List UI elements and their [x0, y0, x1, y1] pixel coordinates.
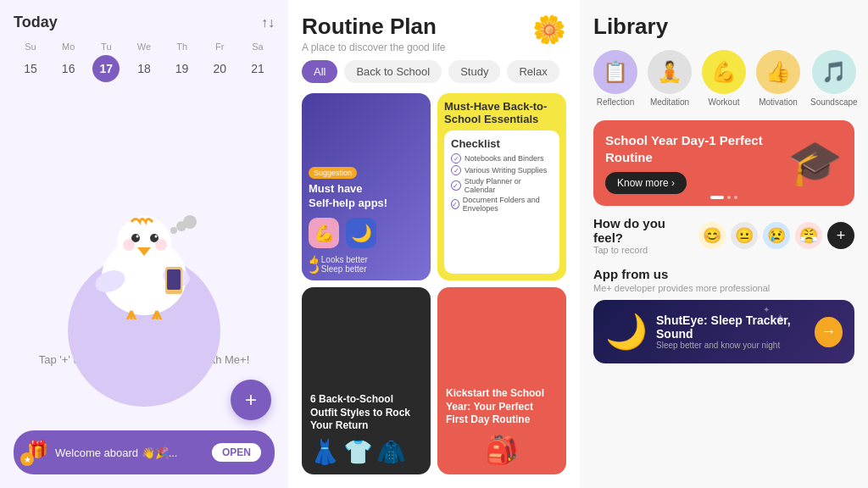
outfit-card[interactable]: 6 Back-to-School Outfit Styles to Rock Y…: [302, 287, 431, 474]
outfit-card-title: 6 Back-to-School Outfit Styles to Rock Y…: [310, 393, 422, 433]
cal-day-21[interactable]: Sa 21: [241, 42, 275, 82]
sort-icon[interactable]: ↑↓: [261, 15, 275, 30]
checklist-box: Checklist ✓ Notebooks and Binders ✓ Vari…: [444, 130, 559, 274]
calendar-row: Su 15 Mo 16 Tu 17 We 18 Th 19 Fr 20 Sa 2…: [14, 42, 275, 82]
middle-panel: Routine Plan A place to discover the goo…: [288, 0, 580, 488]
app-section: App from us Me+ developer provides more …: [593, 267, 854, 363]
meditation-label: Meditation: [650, 97, 689, 107]
app-section-title: App from us: [593, 267, 854, 281]
left-header: Today ↑↓: [14, 14, 275, 31]
routine-plan-info: Routine Plan A place to discover the goo…: [302, 14, 445, 53]
cal-day-17[interactable]: Tu 17: [89, 42, 123, 82]
cat-workout[interactable]: 💪 Workout: [702, 50, 746, 107]
svg-point-12: [170, 227, 177, 234]
sleep-better: 🌙 Sleep better: [309, 264, 424, 274]
app-name-sub: Sleep better and know your night: [656, 341, 815, 350]
mood-neutral[interactable]: 😐: [731, 222, 758, 249]
checklist-label: Checklist: [451, 137, 553, 150]
app-name: ShutEye: Sleep Tracker, Sound: [656, 313, 815, 341]
kickstart-card-title: Kickstart the School Year: Your Perfect …: [446, 387, 558, 427]
cal-day-20[interactable]: Fr 20: [203, 42, 236, 82]
routine-plan-sub: A place to discover the good life: [302, 42, 445, 53]
mascot-area: No tasks yet. Tap '+' to start schedule …: [14, 86, 275, 474]
svg-point-14: [183, 215, 197, 229]
featured-card[interactable]: School Year Day-1 Perfect Routine Know m…: [593, 120, 854, 206]
reflection-circle: 📋: [593, 50, 637, 94]
looks-better: 👍 Looks better: [309, 255, 424, 264]
flower-decoration: 🌼: [532, 14, 566, 46]
mood-sub: Tap to record: [593, 245, 698, 255]
routine-plan-title: Routine Plan: [302, 14, 445, 40]
soundscape-label: Soundscape: [810, 97, 858, 107]
mood-sad[interactable]: 😢: [763, 222, 790, 249]
cat-soundscape[interactable]: 🎵 Soundscape: [810, 50, 858, 107]
mood-header: How do you feel? Tap to record 😊 😐 😢 😤 +: [593, 216, 854, 255]
suggestion-card-title: Must haveSelf-help apps!: [309, 182, 424, 211]
cards-grid: Suggestion Must haveSelf-help apps! 💪 🌙 …: [288, 93, 580, 488]
workout-label: Workout: [708, 97, 739, 107]
svg-point-5: [155, 236, 158, 238]
motivation-label: Motivation: [759, 97, 798, 107]
mascot-svg: [85, 192, 203, 319]
checklist-card[interactable]: Must-Have Back-to-School Essentials Chec…: [437, 93, 566, 280]
svg-rect-11: [167, 269, 181, 290]
reflection-label: Reflection: [597, 97, 634, 107]
suggestion-card[interactable]: Suggestion Must haveSelf-help apps! 💪 🌙 …: [302, 93, 431, 280]
app-card[interactable]: ✦ ✦ 🌙 ShutEye: Sleep Tracker, Sound Slee…: [593, 300, 854, 363]
mood-happy[interactable]: 😊: [698, 222, 726, 249]
workout-circle: 💪: [702, 50, 746, 94]
mood-add-button[interactable]: +: [827, 222, 854, 249]
category-icons: 📋 Reflection 🧘 Meditation 💪 Workout 👍 Mo…: [593, 50, 854, 107]
outfit-figures: 👗 👕 🧥: [310, 438, 422, 466]
cat-meditation[interactable]: 🧘 Meditation: [648, 50, 692, 107]
today-title: Today: [14, 14, 58, 31]
welcome-text: Welcome aboard 👋🎉...: [55, 446, 177, 459]
know-more-button[interactable]: Know more ›: [605, 172, 687, 194]
filter-all[interactable]: All: [302, 60, 337, 83]
cal-day-15[interactable]: Su 15: [14, 42, 47, 82]
app-icons-row: 💪 🌙: [309, 218, 424, 248]
cal-day-19[interactable]: Th 19: [165, 42, 199, 82]
checklist-item-2: ✓ Various Writing Supplies: [451, 165, 553, 175]
dots-indicator: [710, 196, 737, 199]
cat-motivation[interactable]: 👍 Motivation: [756, 50, 800, 107]
filter-row: All Back to School Study Relax: [288, 60, 580, 93]
checklist-item-3: ✓ Study Planner or Calendar: [451, 177, 553, 194]
cat-reflection[interactable]: 📋 Reflection: [593, 50, 637, 107]
moon-icon: 🌙: [605, 312, 648, 352]
app-icon-2: 🌙: [346, 218, 376, 248]
suggestion-badge: Suggestion: [309, 167, 357, 179]
add-button[interactable]: +: [231, 380, 271, 420]
svg-point-7: [155, 239, 167, 251]
filter-back-to-school[interactable]: Back to School: [344, 60, 442, 83]
kickstart-figure: 🎒: [446, 434, 558, 466]
checklist-item-4: ✓ Document Folders and Envelopes: [451, 196, 553, 213]
filter-relax[interactable]: Relax: [507, 60, 559, 83]
featured-text: School Year Day-1 Perfect Routine Know m…: [605, 132, 787, 194]
filter-study[interactable]: Study: [448, 60, 500, 83]
open-button[interactable]: OPEN: [212, 443, 261, 462]
app-section-sub: Me+ developer provides more professional: [593, 283, 854, 293]
star-badge: ★: [20, 452, 34, 466]
welcome-bar: 🎁 ★ Welcome aboard 👋🎉... OPEN: [14, 430, 275, 474]
mood-emojis: 😊 😐 😢 😤 +: [698, 222, 854, 249]
left-panel: Today ↑↓ Su 15 Mo 16 Tu 17 We 18 Th 19 F…: [0, 0, 288, 488]
meditation-circle: 🧘: [648, 50, 692, 94]
kickstart-card[interactable]: Kickstart the School Year: Your Perfect …: [437, 287, 566, 474]
mood-title: How do you feel?: [593, 216, 698, 245]
welcome-left: 🎁 ★ Welcome aboard 👋🎉...: [27, 439, 177, 466]
cal-day-18[interactable]: We 18: [127, 42, 161, 82]
featured-title: School Year Day-1 Perfect Routine: [605, 132, 787, 165]
featured-illustration: 🎓: [787, 137, 843, 189]
mood-title-group: How do you feel? Tap to record: [593, 216, 698, 255]
app-card-content: 🌙 ShutEye: Sleep Tracker, Sound Sleep be…: [605, 312, 815, 352]
motivation-circle: 👍: [756, 50, 800, 94]
cal-day-16[interactable]: Mo 16: [52, 42, 86, 82]
right-panel: Library 📋 Reflection 🧘 Meditation 💪 Work…: [580, 0, 868, 488]
app-icon-1: 💪: [309, 218, 339, 248]
checklist-item-1: ✓ Notebooks and Binders: [451, 153, 553, 164]
mood-angry[interactable]: 😤: [795, 222, 822, 249]
library-title: Library: [593, 14, 854, 40]
app-card-text: ShutEye: Sleep Tracker, Sound Sleep bett…: [656, 313, 815, 350]
soundscape-circle: 🎵: [812, 50, 856, 94]
